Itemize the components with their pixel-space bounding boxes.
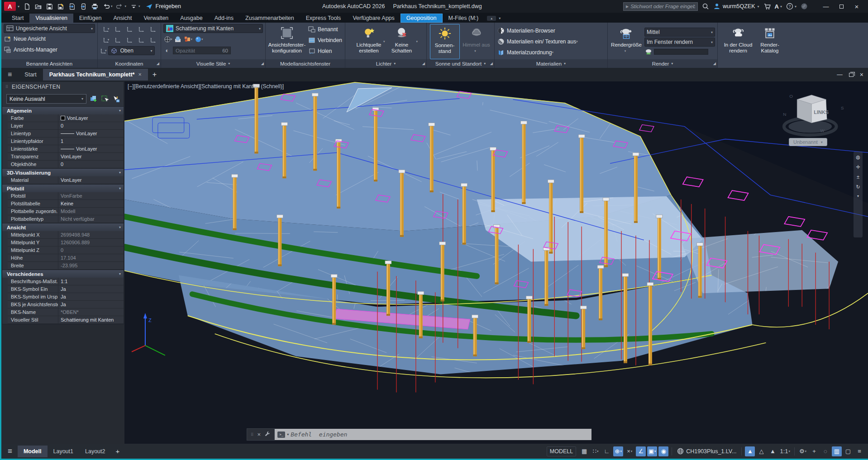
- help-icon[interactable]: ? ▾: [786, 3, 796, 10]
- navbar-caret-icon[interactable]: ▾: [857, 194, 859, 198]
- ucs-tool-icon[interactable]: ▾: [100, 26, 112, 33]
- ucs-icon-view-tool[interactable]: ▾: [100, 47, 107, 54]
- render-size-button[interactable]: Rendergröße ▾: [610, 24, 643, 59]
- command-input[interactable]: [291, 431, 589, 438]
- app-store-cart-icon[interactable]: [763, 3, 771, 10]
- model-canvas[interactable]: ZLINKSNSWO: [124, 81, 868, 444]
- panel-expander-icon[interactable]: ◢: [261, 62, 264, 66]
- autodesk-apps-icon[interactable]: A▾: [775, 3, 782, 10]
- render-in-cloud-button[interactable]: In der Cloud rendern: [723, 24, 753, 59]
- ortho-icon[interactable]: ∟: [602, 446, 612, 456]
- materials-textures-toggle-button[interactable]: Materialien ein/ Texturen aus ▾: [497, 37, 605, 47]
- redo-caret-icon[interactable]: ▾: [125, 5, 127, 8]
- view-name-button[interactable]: Unbenannt▾: [789, 138, 827, 146]
- search-input[interactable]: [630, 4, 695, 9]
- property-row[interactable]: PlottabellentypNicht verfügbar: [8, 215, 124, 223]
- selection-combo[interactable]: Keine Auswahl▾: [6, 94, 86, 104]
- search-icon[interactable]: [702, 3, 709, 10]
- property-value[interactable]: 1:1: [58, 278, 124, 285]
- property-section-header[interactable]: Allgemein▾: [2, 106, 124, 114]
- material-mapping-button[interactable]: Materialzuordnung ▾: [497, 47, 605, 57]
- sky-off-button[interactable]: Himmel aus ▾: [462, 24, 491, 59]
- property-row[interactable]: Linientypfaktor1: [8, 138, 124, 145]
- redo-icon[interactable]: [116, 2, 124, 10]
- property-value[interactable]: 1260906.889: [58, 239, 124, 246]
- property-row[interactable]: Beschriftungs-Maßst...1:1: [8, 278, 124, 285]
- property-value[interactable]: Keine: [58, 200, 124, 207]
- toggle-pickadd-icon[interactable]: [89, 95, 98, 104]
- property-row[interactable]: BKS je AnsichtsfensterJa: [8, 301, 124, 308]
- recent-commands-caret-icon[interactable]: ▾: [287, 432, 289, 436]
- graphics-performance-icon[interactable]: ▥: [832, 446, 842, 456]
- command-prompt-icon[interactable]: >_: [277, 432, 285, 438]
- autocad-app-menu-icon[interactable]: A: [4, 2, 16, 11]
- property-row[interactable]: Visueller StilSchattierung mit Kanten: [8, 316, 124, 324]
- property-value[interactable]: VonLayer: [58, 153, 124, 160]
- app-menu-caret-icon[interactable]: ▾: [18, 5, 19, 9]
- ucs-tool-icon[interactable]: ▾: [100, 37, 112, 43]
- shaded-sphere-icon[interactable]: [174, 35, 182, 43]
- grid-icon[interactable]: ▦: [579, 446, 589, 456]
- property-value[interactable]: Ja: [58, 301, 124, 308]
- new-drawing-tab-button[interactable]: +: [148, 71, 161, 79]
- property-value[interactable]: 0: [58, 161, 124, 168]
- render-preset-combo[interactable]: Mittel▾: [644, 28, 715, 37]
- ucs-tool-icon[interactable]: [135, 37, 147, 43]
- property-value[interactable]: *OBEN*: [58, 308, 124, 316]
- command-input-area[interactable]: >_ ▾: [275, 429, 591, 440]
- command-grip-icon[interactable]: ⠿: [251, 432, 254, 437]
- coordinate-system-button[interactable]: CH1903Plus_1.LV...: [675, 448, 738, 455]
- property-row[interactable]: PlotstiltabelleKeine: [8, 200, 124, 208]
- materials-browser-button[interactable]: Materialien-Browser: [497, 26, 605, 36]
- ribbon-tab[interactable]: M-Files (M:): [443, 14, 485, 23]
- ucs-tool-icon[interactable]: [112, 37, 124, 43]
- property-row[interactable]: LinientypVonLayer: [8, 130, 124, 138]
- property-value[interactable]: VonLayer: [58, 130, 124, 137]
- property-row[interactable]: Mittelpunkt Z0: [8, 247, 124, 254]
- property-row[interactable]: Mittelpunkt X2699498.948: [8, 231, 124, 239]
- undo-caret-icon[interactable]: ▾: [111, 5, 113, 8]
- ribbon-tab[interactable]: Start: [6, 14, 29, 23]
- xray-sphere-icon[interactable]: [194, 35, 202, 43]
- render-target-combo[interactable]: Im Fenster rendern▾: [644, 38, 715, 47]
- annotation-visibility-icon[interactable]: ▲: [745, 446, 755, 456]
- object-snap-tracking-icon[interactable]: ∠: [636, 446, 646, 456]
- layout1-tab[interactable]: Layout1: [48, 446, 79, 457]
- join-viewports-button[interactable]: Verbinden: [308, 35, 342, 45]
- property-section-header[interactable]: Ansicht▾: [2, 223, 124, 231]
- isolate-objects-icon[interactable]: ◌: [820, 446, 830, 456]
- drawing-restore-icon[interactable]: [849, 73, 854, 77]
- panel-expander-icon[interactable]: ◢: [490, 62, 493, 66]
- ucs-tool-icon[interactable]: [135, 26, 147, 33]
- property-value[interactable]: VonLayer: [58, 176, 124, 184]
- account-button[interactable]: wurm5QZEK ▾: [713, 3, 759, 10]
- save-as-icon[interactable]: [57, 2, 65, 10]
- property-value[interactable]: VonLayer: [58, 145, 124, 152]
- push-to-mobile-icon[interactable]: [79, 2, 87, 10]
- property-value[interactable]: Schattierung mit Kanten: [58, 316, 124, 323]
- property-section-header[interactable]: 3D-Visualisierung▾: [2, 168, 124, 176]
- isodraft-icon[interactable]: ×▾: [625, 446, 634, 456]
- close-button[interactable]: ×: [849, 0, 864, 12]
- property-section-header[interactable]: Verschiedenes▾: [2, 270, 124, 278]
- navigation-wheel-icon[interactable]: ◍: [856, 155, 860, 160]
- ucs-tool-icon[interactable]: [112, 26, 124, 33]
- object-snap-icon[interactable]: ▣▾: [647, 446, 657, 456]
- open-file-icon[interactable]: [34, 2, 42, 10]
- palette-grip-icon[interactable]: ⠿: [5, 85, 9, 89]
- property-value[interactable]: Ja: [58, 285, 124, 293]
- clean-screen-icon[interactable]: ▢: [843, 446, 853, 456]
- file-tabs-menu-icon[interactable]: ≡: [1, 71, 18, 79]
- customize-menu-caret-icon[interactable]: ▾: [138, 5, 140, 8]
- ucs-tool-icon[interactable]: [124, 26, 135, 33]
- ribbon-tab[interactable]: Add-ins: [209, 14, 239, 23]
- property-value[interactable]: 17.104: [58, 254, 124, 261]
- geolocation-icon[interactable]: ◉: [658, 446, 668, 456]
- panel-expander-icon[interactable]: ◢: [157, 62, 159, 66]
- ribbon-tab[interactable]: Einfügen: [73, 14, 107, 23]
- customize-menu-icon[interactable]: [129, 2, 138, 10]
- property-row[interactable]: Plottabelle zugeordn...Modell: [8, 208, 124, 215]
- pan-icon[interactable]: ✛: [856, 165, 860, 170]
- select-objects-icon[interactable]: [100, 95, 109, 104]
- ribbon-tab[interactable]: Verfügbare Apps: [347, 14, 400, 23]
